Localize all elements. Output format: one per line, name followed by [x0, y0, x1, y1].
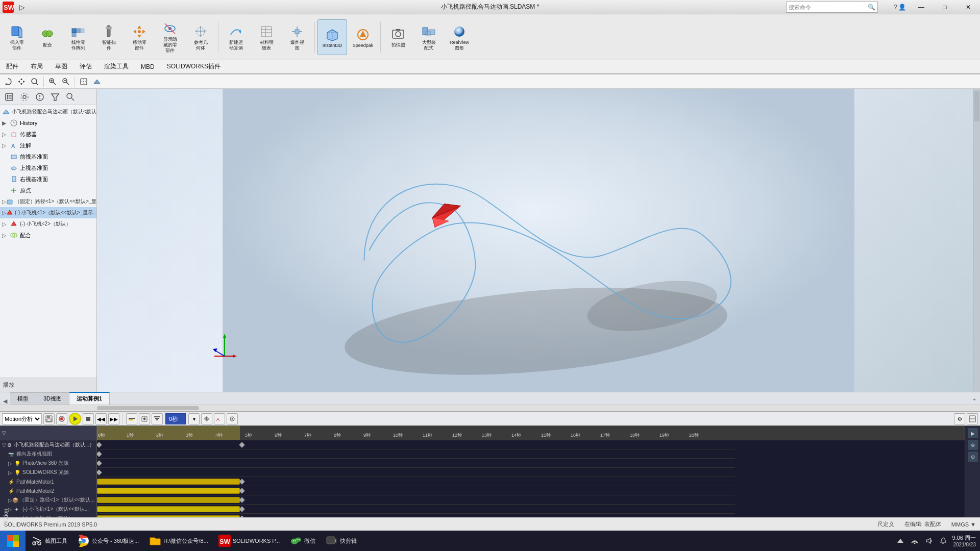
tb2-btn-display[interactable] [91, 76, 103, 88]
diamond-camera[interactable] [97, 451, 102, 457]
taskbar-item-chrome[interactable]: 公众号 - 360极速... [74, 532, 143, 550]
bar-motor2[interactable] [97, 488, 240, 494]
diamond-photoview[interactable] [97, 460, 102, 466]
pb-btn-filter2[interactable] [152, 413, 163, 424]
pb-btn-options[interactable] [227, 413, 238, 424]
ribbon-btn-mate[interactable]: 配合 [33, 19, 62, 55]
tl-expand-photoview[interactable]: ▷ [8, 461, 14, 466]
tree-item-annotation[interactable]: ▷ A 注解 [0, 140, 96, 151]
tb2-btn-view-orient[interactable] [78, 76, 90, 88]
ribbon-btn-realview[interactable]: RealView图形 [445, 19, 474, 55]
tree-expand-annotation[interactable]: ▷ [2, 142, 9, 149]
pb-btn-new-keyframe[interactable] [201, 413, 212, 424]
tree-expand-mate[interactable]: ▷ [2, 232, 9, 239]
pb-btn-keyframe[interactable] [139, 413, 150, 424]
pb-btn-prev[interactable]: ◀◀ [95, 413, 107, 424]
tree-item-top-plane[interactable]: 上视基准面 [0, 162, 96, 173]
tab-bar-scroll-left[interactable]: ◀ [0, 398, 10, 405]
lp-icon-config[interactable] [17, 90, 32, 104]
minimize-button[interactable]: — [910, 0, 933, 14]
tl-expand-fp2[interactable]: ▷ [8, 516, 14, 518]
tl-row-root[interactable]: ▽ ⚙ 小飞机路径配合马达动画（默认...） [0, 440, 96, 449]
lp-icon-search2[interactable] [63, 90, 78, 104]
menu-item-plugins[interactable]: SOLIDWORKS插件 [161, 60, 227, 73]
diamond-swlight[interactable] [97, 469, 102, 475]
tl-row-motor2[interactable]: ⚡ PathMateMotor2 [0, 486, 96, 495]
tree-item-sensor[interactable]: ▷ 传感器 [0, 129, 96, 140]
search-box[interactable]: 🔍 [786, 2, 878, 13]
tray-time[interactable]: 9:06 周一 2021/8/23 [952, 534, 976, 547]
status-units[interactable]: MMGS ▼ [951, 521, 976, 528]
timeline-right[interactable]: 0秒 1秒 2秒 3秒 4秒 5秒 6秒 7秒 8秒 9秒 10秒 11秒 12… [97, 426, 980, 517]
diamond-fp2-end[interactable] [239, 515, 244, 517]
tl-expand-swlight[interactable]: ▷ [8, 470, 14, 475]
tab-3dview[interactable]: 3D视图 [36, 392, 69, 405]
diamond-fp1-end[interactable] [239, 506, 244, 512]
time-display[interactable]: 0秒 [165, 413, 186, 424]
tl-expand-path2[interactable]: ▷ [8, 497, 12, 503]
ribbon-btn-pattern[interactable]: 线性零件阵列 [63, 19, 93, 55]
lp-icon-property[interactable] [2, 90, 16, 104]
taskbar-item-video[interactable]: 快剪辑 [322, 532, 361, 550]
taskbar-item-sw[interactable]: SW SOLIDWORKS P... [214, 532, 284, 550]
search-input[interactable] [789, 4, 868, 10]
menu-item-caotu[interactable]: 草图 [49, 60, 74, 73]
tb2-btn-zoom-fit[interactable] [29, 76, 41, 88]
help-icon[interactable]: ? [894, 4, 897, 11]
pb-btn-auto-key[interactable]: A [214, 413, 225, 424]
pb-btn-time-dropdown[interactable]: ▾ [188, 413, 200, 424]
taskbar-start-button[interactable] [0, 531, 26, 551]
lp-icon-filter[interactable] [48, 90, 62, 104]
pb-btn-next[interactable]: ▶▶ [108, 413, 119, 424]
bar-path2[interactable] [97, 497, 240, 503]
menu-item-pinggu[interactable]: 评估 [74, 60, 98, 73]
diamond-path2-end[interactable] [239, 497, 244, 503]
tb2-btn-zoom-in[interactable] [46, 76, 59, 88]
ribbon-btn-insert-part[interactable]: 插入零部件 [2, 19, 32, 55]
tree-item-front-plane[interactable]: 前视基准面 [0, 151, 96, 162]
tl-row-swlight[interactable]: ▷ 💡 SOLIDWORKS 光源 [0, 468, 96, 477]
tl-row-fp2[interactable]: ▷ ✈ (-) 小飞机<2>（默认） [0, 514, 96, 517]
tree-item-mate[interactable]: ▷ 配合 [0, 230, 96, 241]
tl-row-camera[interactable]: 📷 视向及相机视图 [0, 449, 96, 459]
menu-item-xuanran[interactable]: 渲染工具 [98, 60, 135, 73]
taskbar-item-folder[interactable]: H:\微信公众号\8... [145, 532, 212, 550]
tree-item-right-plane[interactable]: 右视基准面 [0, 173, 96, 185]
diamond-motor1-end[interactable] [239, 479, 244, 484]
pb-btn-record[interactable] [56, 413, 67, 424]
motion-type-select[interactable]: Motion分析 [2, 413, 42, 424]
main-hscroll[interactable] [0, 405, 980, 411]
tree-item-plane2[interactable]: ▷ (-) 小飞机<2>（默认） [0, 218, 96, 230]
tree-expand-plane2[interactable]: ▷ [2, 221, 9, 228]
tray-icon-notify[interactable] [938, 536, 948, 546]
pb-btn-play[interactable] [69, 413, 81, 425]
bar-motor1[interactable] [97, 479, 240, 485]
ribbon-btn-new-motion[interactable]: 新建运动算例 [221, 19, 251, 55]
tree-item-history[interactable]: ▶ History [0, 117, 96, 129]
ribbon-btn-speedpak[interactable]: Speedpak [348, 19, 378, 55]
menu-item-peihe[interactable]: 配件 [0, 60, 24, 73]
ribbon-btn-show-hide[interactable]: 显示隐藏的零部件 [155, 18, 185, 55]
tray-icon-sound[interactable] [924, 536, 934, 546]
pb-btn-save[interactable] [43, 413, 55, 424]
tab-motion[interactable]: 运动算例1 [69, 392, 110, 405]
close-button[interactable]: ✕ [957, 0, 980, 14]
taskbar-item-wechat[interactable]: 微信 [286, 532, 320, 550]
ribbon-btn-large-asm[interactable]: 大型装配式 [414, 19, 444, 55]
ribbon-btn-snapshot[interactable]: 拍快照 [383, 19, 413, 55]
ribbon-btn-bom[interactable]: 材料明细表 [252, 19, 281, 55]
ribbon-btn-ref-geom[interactable]: 参考几何体 [186, 19, 215, 55]
tl-row-motor1[interactable]: ⚡ PathMateMotor1 [0, 477, 96, 486]
diamond-motor2-end[interactable] [239, 488, 244, 493]
tray-icon-up[interactable] [895, 536, 905, 546]
lp-icon-properties2[interactable] [33, 90, 47, 104]
tray-icon-network[interactable] [910, 536, 920, 546]
tl-expand-root[interactable]: ▽ [2, 442, 7, 448]
nav-arrow[interactable]: ▷ [16, 3, 28, 11]
tree-item-origin[interactable]: 原点 [0, 185, 96, 196]
viewport[interactable] [97, 89, 980, 392]
menu-item-buju[interactable]: 布局 [24, 60, 49, 73]
tab-add-button[interactable]: + [969, 394, 980, 405]
tl-tool-3[interactable]: ⊖ [968, 452, 978, 462]
tb2-btn-pan[interactable] [15, 76, 28, 88]
